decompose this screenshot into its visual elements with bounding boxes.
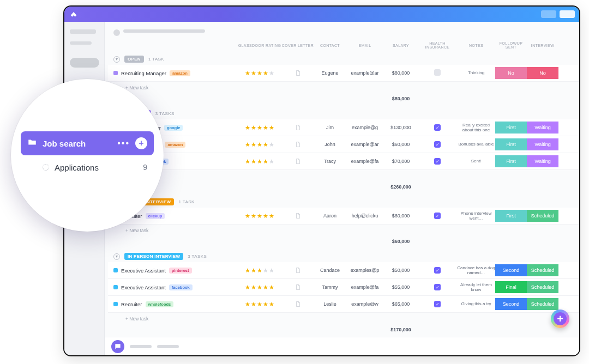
collapse-toggle[interactable]: ▾ (113, 253, 120, 260)
company-tag[interactable]: amazon (170, 70, 190, 76)
status-pill[interactable]: IN PERSON INTERVIEW (124, 253, 183, 260)
salary-cell: $65,000 (384, 301, 418, 307)
task-row[interactable]: Recruiterfacebook★★★★★Tracyexample@fa$70… (108, 153, 579, 170)
cover-letter-icon[interactable] (281, 69, 314, 77)
checkbox-icon[interactable]: ✓ (434, 284, 441, 290)
checkbox-icon[interactable]: ✓ (434, 267, 441, 274)
glassdoor-rating: ★★★★★ (238, 124, 281, 131)
sidebar-folder-job-search[interactable]: Job search ••• + (21, 131, 154, 155)
sidebar-list-applications[interactable]: Applications 9 (21, 155, 154, 179)
notes-cell[interactable]: Candace has a dog named… (457, 265, 495, 275)
health-insurance-cell[interactable]: ✓ (418, 267, 457, 274)
new-task-button[interactable]: + New task (108, 170, 579, 182)
followup-badge[interactable]: No (495, 67, 527, 79)
interview-badge[interactable]: Scheduled (527, 281, 558, 293)
health-insurance-cell[interactable]: ✓ (418, 284, 457, 290)
health-insurance-cell[interactable] (418, 69, 457, 77)
checkbox-icon[interactable]: ✓ (434, 141, 441, 148)
followup-badge[interactable]: Second (495, 298, 527, 310)
company-tag[interactable]: clickup (146, 213, 165, 219)
task-count: 3 TASKS (155, 111, 175, 116)
interview-badge[interactable]: Waiting (527, 138, 558, 150)
company-tag[interactable]: facebook (169, 284, 193, 290)
email-cell: example@fa (346, 159, 384, 164)
followup-badge[interactable]: First (495, 138, 527, 150)
task-title[interactable]: Executive Assistant (121, 284, 166, 290)
interview-badge[interactable]: Scheduled (527, 264, 558, 276)
global-add-button[interactable]: + (551, 310, 569, 328)
task-title[interactable]: Executive Assistant (121, 268, 166, 274)
task-row[interactable]: Executive Assistantpinterest★★★★★Candace… (108, 262, 579, 279)
status-square-icon[interactable] (113, 302, 118, 306)
checkbox-icon[interactable]: ✓ (434, 124, 441, 131)
cover-letter-icon[interactable] (281, 124, 314, 131)
task-row[interactable]: Product Managergoogle★★★★★Jimexample@g$1… (108, 119, 579, 136)
followup-badge[interactable]: Second (495, 264, 527, 276)
company-tag[interactable]: pinterest (169, 268, 192, 274)
company-tag[interactable]: google (164, 125, 183, 131)
task-title[interactable]: Recruiting Manager (121, 70, 166, 76)
cover-letter-icon[interactable] (281, 300, 314, 308)
health-insurance-cell[interactable]: ✓ (418, 213, 457, 219)
cover-letter-icon[interactable] (281, 157, 314, 165)
section-subtotal: $80,000 (108, 94, 579, 107)
task-title[interactable]: Recruiter (121, 301, 142, 307)
health-insurance-cell[interactable]: ✓ (418, 301, 457, 307)
notes-cell[interactable]: Really excited about this one (457, 123, 495, 132)
cover-letter-icon[interactable] (281, 212, 314, 220)
add-list-button[interactable]: + (135, 137, 147, 149)
status-square-icon[interactable] (113, 71, 118, 75)
task-row[interactable]: Executive Assistantfacebook★★★★★Tammyexa… (108, 279, 579, 296)
chat-icon[interactable] (111, 340, 124, 353)
cover-letter-icon[interactable] (281, 283, 314, 291)
followup-badge[interactable]: First (495, 122, 527, 134)
cover-letter-icon[interactable] (281, 266, 314, 274)
checkbox-icon[interactable]: ✓ (434, 158, 441, 165)
interview-badge[interactable]: Waiting (527, 122, 558, 134)
task-row[interactable]: Recruiterclickup★★★★★Aaronhelp@clicku$60… (108, 208, 579, 225)
column-header: HEALTH INSURANCE (418, 41, 457, 49)
company-tag[interactable]: amazon (165, 142, 185, 148)
checkbox-icon[interactable] (434, 69, 441, 76)
window-control[interactable] (560, 10, 575, 18)
new-task-button[interactable]: + New task (108, 313, 579, 325)
window-control[interactable] (541, 10, 556, 18)
health-insurance-cell[interactable]: ✓ (418, 141, 457, 148)
new-task-button[interactable]: + New task (108, 225, 579, 236)
more-icon[interactable]: ••• (117, 138, 130, 148)
subtotal-spacer (495, 184, 527, 190)
cover-letter-icon[interactable] (281, 141, 314, 148)
checkbox-icon[interactable]: ✓ (434, 213, 441, 219)
new-task-button[interactable]: + New task (108, 82, 579, 94)
notes-cell[interactable]: Already let them know (457, 282, 495, 292)
notes-cell[interactable]: Bonuses available (457, 142, 495, 147)
interview-badge[interactable]: Scheduled (527, 298, 558, 310)
app-logo-icon (69, 9, 79, 19)
followup-badge[interactable]: First (495, 155, 527, 167)
notes-cell[interactable]: Thinking (457, 70, 495, 75)
sidebar-list-count: 9 (143, 163, 147, 172)
status-square-icon[interactable] (113, 285, 118, 289)
notes-cell[interactable]: Phone interview went… (457, 211, 495, 221)
task-row[interactable]: Account Manageramazon★★★★★Johnexample@ar… (108, 136, 579, 153)
followup-badge[interactable]: First (495, 210, 527, 222)
checkbox-icon[interactable]: ✓ (434, 301, 441, 307)
notes-cell[interactable]: Sent! (457, 159, 495, 163)
task-row[interactable]: Recruiting Manageramazon★★★★★Eugeneexamp… (108, 65, 579, 82)
subtotal-salary: $170,000 (384, 327, 418, 332)
sidebar-search-skeleton[interactable] (70, 58, 99, 68)
interview-badge[interactable]: Scheduled (527, 210, 558, 222)
collapse-toggle[interactable]: ▾ (113, 56, 120, 63)
task-row[interactable]: Recruiterwholefoods★★★★★Leslieexample@w$… (108, 296, 579, 313)
notes-cell[interactable]: Giving this a try (457, 301, 495, 306)
interview-badge[interactable]: No (527, 67, 558, 79)
company-tag[interactable]: wholefoods (146, 301, 174, 307)
interview-badge[interactable]: Waiting (527, 155, 558, 167)
health-insurance-cell[interactable]: ✓ (418, 158, 457, 165)
followup-badge[interactable]: Final (495, 281, 527, 293)
health-insurance-cell[interactable]: ✓ (418, 124, 457, 131)
status-pill[interactable]: OPEN (124, 56, 144, 63)
task-name-cell: Recruiterwholefoods (113, 301, 238, 307)
status-square-icon[interactable] (113, 268, 118, 272)
salary-cell: $80,000 (384, 70, 418, 76)
